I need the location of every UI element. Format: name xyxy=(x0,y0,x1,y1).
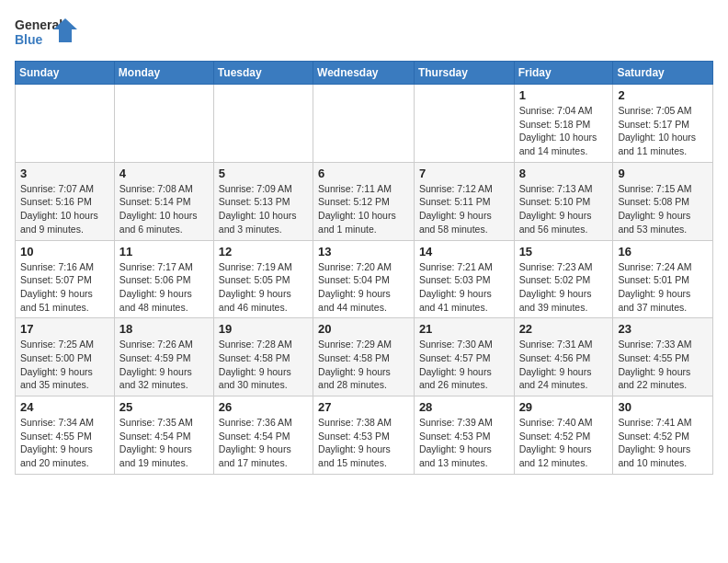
day-info: Sunrise: 7:41 AMSunset: 4:52 PMDaylight:… xyxy=(618,416,708,470)
weekday-header-row: SundayMondayTuesdayWednesdayThursdayFrid… xyxy=(16,62,713,85)
calendar-day-cell: 6Sunrise: 7:11 AMSunset: 5:12 PMDaylight… xyxy=(313,162,415,240)
calendar-day-cell: 8Sunrise: 7:13 AMSunset: 5:10 PMDaylight… xyxy=(514,162,613,240)
weekday-header-cell: Saturday xyxy=(613,62,713,85)
day-info: Sunrise: 7:30 AMSunset: 4:57 PMDaylight:… xyxy=(419,338,509,392)
day-number: 17 xyxy=(20,322,109,336)
day-info: Sunrise: 7:20 AMSunset: 5:04 PMDaylight:… xyxy=(318,260,409,315)
calendar-day-cell xyxy=(16,85,115,163)
day-info: Sunrise: 7:36 AMSunset: 4:54 PMDaylight:… xyxy=(219,416,308,470)
day-number: 21 xyxy=(419,322,509,336)
calendar-day-cell: 10Sunrise: 7:16 AMSunset: 5:07 PMDayligh… xyxy=(16,240,115,318)
day-number: 19 xyxy=(219,322,308,336)
weekday-header-cell: Tuesday xyxy=(213,62,313,85)
day-number: 22 xyxy=(519,322,609,336)
day-number: 6 xyxy=(318,167,409,180)
day-number: 1 xyxy=(519,88,609,102)
day-info: Sunrise: 7:07 AMSunset: 5:16 PMDaylight:… xyxy=(20,182,109,236)
calendar-day-cell: 11Sunrise: 7:17 AMSunset: 5:06 PMDayligh… xyxy=(114,240,213,318)
weekday-header-cell: Friday xyxy=(514,62,613,85)
day-number: 23 xyxy=(618,322,708,336)
calendar-week-row: 1Sunrise: 7:04 AMSunset: 5:18 PMDaylight… xyxy=(16,85,713,163)
day-info: Sunrise: 7:23 AMSunset: 5:02 PMDaylight:… xyxy=(519,260,609,315)
day-number: 28 xyxy=(419,400,509,414)
day-info: Sunrise: 7:21 AMSunset: 5:03 PMDaylight:… xyxy=(419,260,509,315)
calendar-day-cell xyxy=(213,85,313,163)
weekday-header-cell: Wednesday xyxy=(313,62,415,85)
calendar-day-cell: 26Sunrise: 7:36 AMSunset: 4:54 PMDayligh… xyxy=(213,396,313,475)
calendar-day-cell: 2Sunrise: 7:05 AMSunset: 5:17 PMDaylight… xyxy=(613,85,713,163)
calendar-day-cell: 24Sunrise: 7:34 AMSunset: 4:55 PMDayligh… xyxy=(16,396,115,475)
day-number: 10 xyxy=(20,245,109,259)
calendar-day-cell: 23Sunrise: 7:33 AMSunset: 4:55 PMDayligh… xyxy=(613,318,713,396)
day-number: 7 xyxy=(419,167,509,180)
calendar-day-cell: 28Sunrise: 7:39 AMSunset: 4:53 PMDayligh… xyxy=(414,396,514,475)
day-number: 14 xyxy=(419,245,509,259)
calendar-day-cell: 25Sunrise: 7:35 AMSunset: 4:54 PMDayligh… xyxy=(114,396,213,475)
calendar-week-row: 17Sunrise: 7:25 AMSunset: 5:00 PMDayligh… xyxy=(16,318,713,396)
day-number: 29 xyxy=(519,400,609,414)
weekday-header-cell: Thursday xyxy=(414,62,514,85)
calendar-day-cell: 19Sunrise: 7:28 AMSunset: 4:58 PMDayligh… xyxy=(213,318,313,396)
day-info: Sunrise: 7:19 AMSunset: 5:05 PMDaylight:… xyxy=(219,260,308,315)
day-number: 27 xyxy=(318,400,409,414)
day-info: Sunrise: 7:33 AMSunset: 4:55 PMDaylight:… xyxy=(618,338,708,392)
day-info: Sunrise: 7:35 AMSunset: 4:54 PMDaylight:… xyxy=(119,416,209,470)
day-number: 20 xyxy=(318,322,409,336)
day-info: Sunrise: 7:25 AMSunset: 5:00 PMDaylight:… xyxy=(20,338,109,392)
day-info: Sunrise: 7:39 AMSunset: 4:53 PMDaylight:… xyxy=(419,416,509,470)
calendar-body: 1Sunrise: 7:04 AMSunset: 5:18 PMDaylight… xyxy=(16,85,713,475)
logo-icon: GeneralBlue xyxy=(15,15,79,52)
calendar-day-cell: 29Sunrise: 7:40 AMSunset: 4:52 PMDayligh… xyxy=(514,396,613,475)
calendar-day-cell: 20Sunrise: 7:29 AMSunset: 4:58 PMDayligh… xyxy=(313,318,415,396)
day-info: Sunrise: 7:08 AMSunset: 5:14 PMDaylight:… xyxy=(119,182,209,236)
weekday-header-cell: Sunday xyxy=(16,62,115,85)
day-number: 2 xyxy=(618,88,708,102)
day-info: Sunrise: 7:05 AMSunset: 5:17 PMDaylight:… xyxy=(618,104,708,158)
day-info: Sunrise: 7:09 AMSunset: 5:13 PMDaylight:… xyxy=(219,182,308,236)
day-info: Sunrise: 7:13 AMSunset: 5:10 PMDaylight:… xyxy=(519,182,609,236)
day-info: Sunrise: 7:12 AMSunset: 5:11 PMDaylight:… xyxy=(419,182,509,236)
calendar-day-cell xyxy=(414,85,514,163)
day-info: Sunrise: 7:40 AMSunset: 4:52 PMDaylight:… xyxy=(519,416,609,470)
day-number: 8 xyxy=(519,167,609,180)
day-info: Sunrise: 7:28 AMSunset: 4:58 PMDaylight:… xyxy=(219,338,308,392)
day-number: 5 xyxy=(219,167,308,180)
calendar-day-cell xyxy=(313,85,415,163)
svg-text:General: General xyxy=(15,17,63,32)
day-info: Sunrise: 7:31 AMSunset: 4:56 PMDaylight:… xyxy=(519,338,609,392)
day-info: Sunrise: 7:26 AMSunset: 4:59 PMDaylight:… xyxy=(119,338,209,392)
calendar-day-cell: 4Sunrise: 7:08 AMSunset: 5:14 PMDaylight… xyxy=(114,162,213,240)
calendar-day-cell: 12Sunrise: 7:19 AMSunset: 5:05 PMDayligh… xyxy=(213,240,313,318)
calendar-day-cell: 1Sunrise: 7:04 AMSunset: 5:18 PMDaylight… xyxy=(514,85,613,163)
day-info: Sunrise: 7:16 AMSunset: 5:07 PMDaylight:… xyxy=(20,260,109,315)
calendar-day-cell: 21Sunrise: 7:30 AMSunset: 4:57 PMDayligh… xyxy=(414,318,514,396)
page-header: GeneralBlue xyxy=(15,15,713,52)
day-info: Sunrise: 7:24 AMSunset: 5:01 PMDaylight:… xyxy=(618,260,708,315)
day-number: 11 xyxy=(119,245,209,259)
day-info: Sunrise: 7:29 AMSunset: 4:58 PMDaylight:… xyxy=(318,338,409,392)
day-number: 16 xyxy=(618,245,708,259)
calendar-day-cell: 15Sunrise: 7:23 AMSunset: 5:02 PMDayligh… xyxy=(514,240,613,318)
day-number: 13 xyxy=(318,245,409,259)
day-info: Sunrise: 7:34 AMSunset: 4:55 PMDaylight:… xyxy=(20,416,109,470)
calendar-day-cell: 5Sunrise: 7:09 AMSunset: 5:13 PMDaylight… xyxy=(213,162,313,240)
calendar-day-cell: 27Sunrise: 7:38 AMSunset: 4:53 PMDayligh… xyxy=(313,396,415,475)
svg-text:Blue: Blue xyxy=(15,32,43,47)
weekday-header-cell: Monday xyxy=(114,62,213,85)
day-number: 30 xyxy=(618,400,708,414)
day-number: 15 xyxy=(519,245,609,259)
calendar-day-cell: 9Sunrise: 7:15 AMSunset: 5:08 PMDaylight… xyxy=(613,162,713,240)
day-info: Sunrise: 7:11 AMSunset: 5:12 PMDaylight:… xyxy=(318,182,409,236)
calendar-day-cell: 14Sunrise: 7:21 AMSunset: 5:03 PMDayligh… xyxy=(414,240,514,318)
calendar-day-cell: 22Sunrise: 7:31 AMSunset: 4:56 PMDayligh… xyxy=(514,318,613,396)
day-number: 12 xyxy=(219,245,308,259)
day-number: 26 xyxy=(219,400,308,414)
calendar-day-cell xyxy=(114,85,213,163)
calendar-table: SundayMondayTuesdayWednesdayThursdayFrid… xyxy=(15,61,713,475)
day-number: 9 xyxy=(618,167,708,180)
calendar-day-cell: 30Sunrise: 7:41 AMSunset: 4:52 PMDayligh… xyxy=(613,396,713,475)
logo: GeneralBlue xyxy=(15,15,79,52)
calendar-day-cell: 18Sunrise: 7:26 AMSunset: 4:59 PMDayligh… xyxy=(114,318,213,396)
calendar-day-cell: 13Sunrise: 7:20 AMSunset: 5:04 PMDayligh… xyxy=(313,240,415,318)
day-number: 25 xyxy=(119,400,209,414)
